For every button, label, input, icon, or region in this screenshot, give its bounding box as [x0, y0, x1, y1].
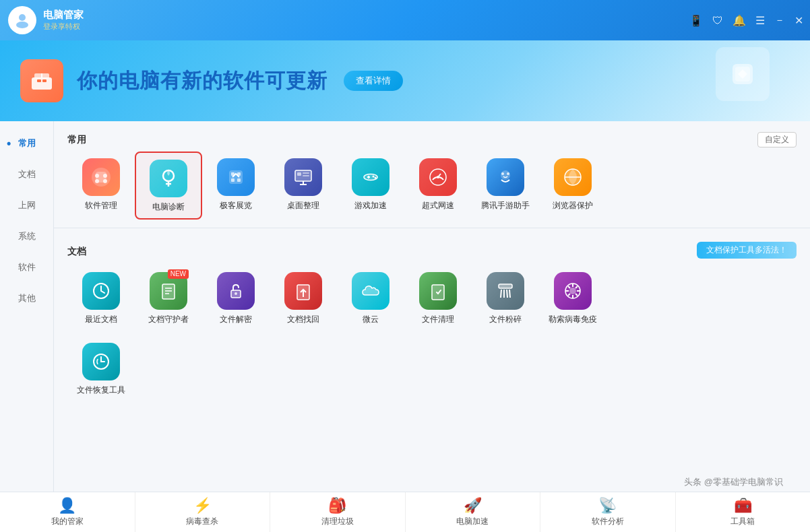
tencent-label: 腾讯手游助手 — [481, 200, 530, 211]
svg-point-12 — [95, 179, 99, 183]
cleanup-nav-icon: 🎒 — [328, 497, 346, 514]
guardian-label: 文档守护者 — [148, 314, 189, 325]
manager-icon: 👤 — [58, 497, 76, 514]
game-label: 游戏加速 — [354, 200, 387, 211]
software-nav-icon: 📡 — [598, 497, 617, 514]
app-info: 电脑管家 登录享特权 — [43, 9, 84, 32]
sidebar-item-document[interactable]: 文档 — [0, 159, 53, 190]
svg-point-32 — [375, 177, 377, 179]
banner-icon — [20, 59, 63, 102]
guardian-badge: NEW — [168, 269, 189, 279]
sidebar-item-other[interactable]: 其他 — [0, 283, 53, 314]
browser-label: 浏览器保护 — [553, 200, 593, 211]
svg-point-47 — [235, 292, 237, 295]
document-extra-grid: 文件恢复工具 — [67, 336, 797, 407]
icon-item-filerestore[interactable]: 文件恢复工具 — [67, 336, 135, 401]
recent-doc-label: 最近文档 — [85, 314, 117, 325]
sidebar-item-system[interactable]: 系统 — [0, 221, 53, 252]
bottom-nav-manager[interactable]: 👤 我的管家 — [0, 492, 135, 532]
icon-item-recent-doc[interactable]: 最近文档 — [67, 265, 135, 331]
icon-item-recover[interactable]: 文档找回 — [270, 265, 337, 331]
customize-button[interactable]: 自定义 — [757, 132, 797, 147]
icon-item-unlock[interactable]: 文件解密 — [202, 265, 270, 331]
menu-icon[interactable]: ☰ — [755, 14, 765, 27]
document-section: 文档 文档保护工具多活法！ 最近文档 — [54, 231, 810, 407]
svg-rect-18 — [231, 172, 235, 176]
subtitle[interactable]: 登录享特权 — [43, 22, 84, 32]
icon-item-diagnose[interactable]: 电脑诊断 — [135, 152, 202, 220]
antivirus-nav-icon: ⚡ — [193, 497, 212, 514]
recent-doc-icon — [82, 272, 120, 310]
svg-point-35 — [437, 176, 439, 178]
toolbar-nav-icon: 🧰 — [734, 497, 752, 514]
bottom-nav-cleanup[interactable]: 🎒 清理垃圾 — [270, 492, 406, 532]
svg-point-37 — [501, 172, 504, 175]
icon-item-desktop[interactable]: 桌面整理 — [270, 152, 337, 220]
svg-line-52 — [501, 290, 501, 298]
icon-item-tencent[interactable]: 腾讯手游助手 — [472, 152, 539, 220]
game-icon — [352, 158, 390, 196]
banner: 你的电脑有新的软件可更新 查看详情 — [0, 40, 810, 121]
svg-rect-50 — [432, 285, 444, 300]
tencent-icon — [487, 158, 524, 196]
svg-rect-17 — [229, 170, 243, 184]
svg-point-0 — [19, 14, 26, 21]
file-shred-label: 文件粉碎 — [489, 314, 522, 325]
bottom-nav-boost[interactable]: 🚀 电脑加速 — [406, 492, 541, 532]
bottom-nav-toolbar[interactable]: 🧰 工具箱 — [676, 492, 811, 532]
icon-item-guardian[interactable]: NEW 文档守护者 — [135, 265, 202, 331]
shield-icon[interactable]: 🛡 — [712, 14, 723, 26]
minimize-icon[interactable]: － — [774, 13, 785, 28]
icon-item-software-manage[interactable]: 软件管理 — [67, 152, 135, 220]
filerestore-icon — [82, 343, 120, 380]
app-name: 电脑管家 — [43, 9, 84, 22]
svg-point-36 — [501, 170, 510, 180]
bottom-nav-antivirus[interactable]: ⚡ 病毒查杀 — [135, 492, 271, 532]
icon-item-antivirus[interactable]: 勒索病毒免疫 — [539, 265, 606, 331]
boost-nav-label: 电脑加速 — [456, 516, 489, 527]
sidebar-item-network[interactable]: 上网 — [0, 190, 53, 221]
cleanup-nav-label: 清理垃圾 — [321, 516, 354, 527]
svg-line-64 — [575, 286, 578, 288]
svg-rect-21 — [237, 178, 241, 182]
svg-rect-42 — [162, 284, 175, 299]
software-manage-label: 软件管理 — [85, 200, 117, 211]
svg-line-63 — [575, 294, 578, 296]
document-promo-banner[interactable]: 文档保护工具多活法！ — [697, 242, 797, 259]
bottom-nav-software[interactable]: 📡 软件分析 — [540, 492, 676, 532]
icon-item-file-cleanup[interactable]: 文件清理 — [404, 265, 472, 331]
gift-icon[interactable]: 🔔 — [733, 14, 746, 27]
icon-item-file-shred[interactable]: 文件粉碎 — [472, 265, 539, 331]
unlock-label: 文件解密 — [220, 314, 252, 325]
banner-detail-button[interactable]: 查看详情 — [344, 71, 403, 91]
manager-label: 我的管家 — [51, 516, 84, 527]
avatar[interactable] — [8, 6, 36, 34]
svg-point-1 — [16, 22, 28, 28]
common-section-header: 常用 自定义 — [67, 127, 797, 152]
icon-item-game[interactable]: 游戏加速 — [337, 152, 404, 220]
icon-item-restore[interactable]: 极客展览 — [202, 152, 270, 220]
desktop-icon — [284, 158, 322, 196]
antivirus-icon — [554, 272, 592, 310]
svg-rect-28 — [303, 175, 309, 176]
svg-rect-51 — [499, 284, 512, 288]
file-cleanup-label: 文件清理 — [422, 314, 454, 325]
window-controls: 📱 🛡 🔔 ☰ － ✕ — [689, 13, 803, 28]
common-section: 常用 自定义 软件管理 — [54, 121, 810, 225]
desktop-label: 桌面整理 — [287, 200, 319, 211]
antivirus-label: 勒索病毒免疫 — [549, 314, 597, 325]
sidebar-item-common[interactable]: 常用 — [0, 128, 53, 159]
common-icons-grid: 软件管理 电脑诊断 — [67, 152, 797, 225]
title-bar: 电脑管家 登录享特权 📱 🛡 🔔 ☰ － ✕ — [0, 0, 810, 40]
svg-rect-20 — [231, 178, 235, 182]
svg-rect-5 — [42, 79, 46, 82]
close-icon[interactable]: ✕ — [795, 14, 803, 27]
restore-label: 极客展览 — [220, 200, 252, 211]
mobile-icon[interactable]: 📱 — [689, 14, 703, 27]
icon-item-cloud[interactable]: 微云 — [337, 265, 404, 331]
icon-item-speed[interactable]: 超式网速 — [404, 152, 472, 220]
sidebar-item-software[interactable]: 软件 — [0, 252, 53, 283]
icon-item-browser[interactable]: 浏览器保护 — [539, 152, 606, 220]
svg-point-10 — [95, 174, 99, 178]
svg-rect-19 — [237, 172, 241, 176]
